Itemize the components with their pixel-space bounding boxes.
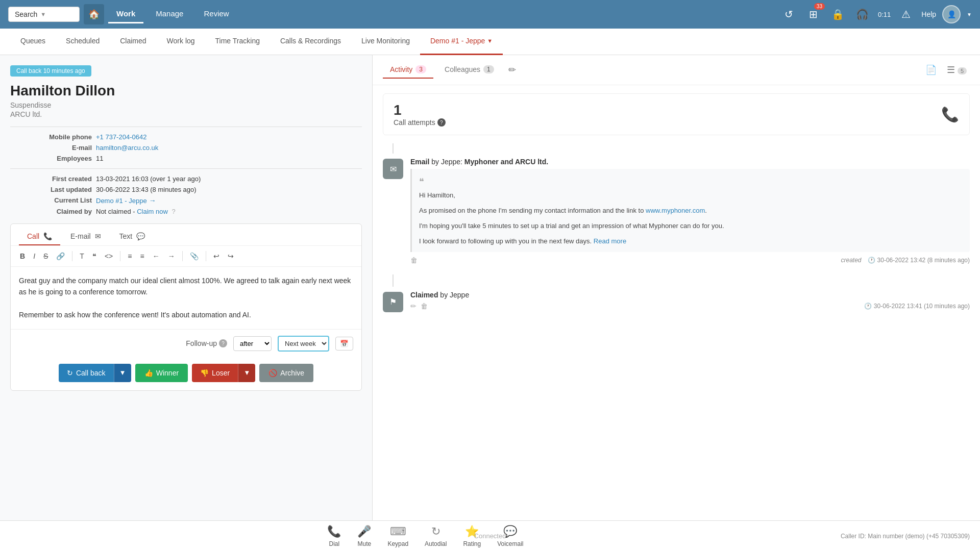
subnav-claimed[interactable]: Claimed <box>110 29 156 55</box>
archive-icon: 🚫 <box>268 369 277 377</box>
format-button[interactable]: T <box>77 250 87 262</box>
callbackback-button[interactable]: ↻ Call back <box>59 364 114 382</box>
activity-feed: ✉ Email by Jeppe: Myphoner and ARCU ltd.… <box>373 143 980 312</box>
right-panel: Activity 3 Colleagues 1 ✏ 📄 ☰ 5 1 Call a… <box>373 55 980 520</box>
search-box[interactable]: Search ▼ <box>8 7 80 22</box>
tab-email[interactable]: E-mail ✉ <box>62 228 109 245</box>
keypad-button[interactable]: ⌨ Keypad <box>387 525 408 547</box>
current-list-label: Current List <box>10 196 92 205</box>
autodial-icon: ↻ <box>431 525 440 538</box>
email-greeting: Hi Hamilton, <box>419 190 963 201</box>
read-more-link[interactable]: Read more <box>594 237 626 245</box>
note-content[interactable]: Great guy and the company match our idea… <box>11 267 361 329</box>
grid-icon: ⊞ <box>809 8 818 20</box>
delete-icon[interactable]: 🗑 <box>410 256 418 264</box>
subnav-calls[interactable]: Calls & Recordings <box>270 29 351 55</box>
ul-button[interactable]: ≡ <box>125 250 135 262</box>
last-updated-label: Last updated <box>10 186 92 193</box>
avatar[interactable]: 👤 <box>942 5 961 23</box>
winner-button[interactable]: 👍 Winner <box>135 364 188 382</box>
email-timestamp: created 🕐 30-06-2022 13:42 (8 minutes ag… <box>841 257 970 264</box>
mute-button[interactable]: 🎤 Mute <box>357 525 371 547</box>
bottom-actions: 📞 Dial 🎤 Mute ⌨ Keypad ↻ Autodial ⭐ Rati… <box>10 525 841 547</box>
mobile-value[interactable]: +1 737-204-0642 <box>96 133 362 141</box>
autodial-button[interactable]: ↻ Autodial <box>425 525 447 547</box>
strikethrough-button[interactable]: S <box>40 250 51 262</box>
contact-meta: First created 13-03-2021 16:03 (over 1 y… <box>10 175 362 215</box>
callbackback-icon: ↻ <box>67 369 73 377</box>
subnav-demo[interactable]: Demo #1 - Jeppe ▼ <box>420 29 503 55</box>
subnav-queues[interactable]: Queues <box>10 29 56 55</box>
claimed-time: 30-06-2022 13:41 (10 minutes ago) <box>874 303 970 310</box>
nav-review[interactable]: Review <box>195 5 237 23</box>
claimed-edit-icon[interactable]: ✏ <box>410 302 416 310</box>
nav-work[interactable]: Work <box>108 5 143 23</box>
subnav-livemonitoring[interactable]: Live Monitoring <box>351 29 420 55</box>
ol-button[interactable]: ≡ <box>137 250 147 262</box>
italic-button[interactable]: I <box>30 250 38 262</box>
follow-up-when-select[interactable]: Next week Tomorrow Today In 2 days <box>278 336 329 352</box>
claimed-meta-icons: ✏ 🗑 <box>410 302 428 310</box>
subnav-worklog[interactable]: Work log <box>157 29 205 55</box>
email-label: E-mail <box>10 144 92 152</box>
editor-toolbar: B I S 🔗 T ❝ <> ≡ ≡ ← → 📎 ↩ ↪ <box>11 246 361 267</box>
current-list-value[interactable]: Demo #1 - Jeppe → <box>96 196 362 205</box>
lock-icon: 🔒 <box>831 8 844 20</box>
headset-button[interactable]: 🎧 <box>853 5 872 23</box>
redo-button[interactable]: ↪ <box>225 250 237 262</box>
activity-email: ✉ Email by Jeppe: Myphoner and ARCU ltd.… <box>383 158 970 264</box>
email-time: 30-06-2022 13:42 (8 minutes ago) <box>877 257 970 264</box>
call-attempts-label: Call attempts ? <box>394 118 446 127</box>
warning-button[interactable]: ⚠ <box>897 5 915 23</box>
claim-now-link[interactable]: Claim now <box>137 208 168 215</box>
myphoner-link[interactable]: www.myphoner.com <box>646 207 705 214</box>
calendar-button[interactable]: 📅 <box>335 337 353 350</box>
code-button[interactable]: <> <box>102 250 116 262</box>
loser-button[interactable]: 👎 Loser <box>192 364 238 382</box>
bold-button[interactable]: B <box>17 250 28 262</box>
main-content: Call back 10 minutes ago Hamilton Dillon… <box>0 55 980 520</box>
indent-less-button[interactable]: ← <box>150 250 163 262</box>
nav-manage[interactable]: Manage <box>148 5 191 23</box>
undo-button[interactable]: ↩ <box>210 250 223 262</box>
tab-call[interactable]: Call 📞 <box>19 228 60 245</box>
follow-up-after-select[interactable]: after before <box>233 336 272 351</box>
tab-text[interactable]: Text 💬 <box>111 228 154 245</box>
indent-more-button[interactable]: → <box>165 250 178 262</box>
home-button[interactable]: 🏠 <box>84 4 104 24</box>
subnav-scheduled[interactable]: Scheduled <box>56 29 110 55</box>
claim-info-icon: ? <box>172 208 176 215</box>
email-value[interactable]: hamilton@arcu.co.uk <box>96 144 362 152</box>
list-icon[interactable]: ☰ 5 <box>944 61 970 79</box>
history-button[interactable]: ↺ <box>780 5 798 23</box>
dial-button[interactable]: 📞 Dial <box>327 525 341 547</box>
help-label[interactable]: Help <box>921 10 936 18</box>
history-icon: ↺ <box>785 8 793 20</box>
document-icon[interactable]: 📄 <box>922 61 940 79</box>
callbackback-dropdown[interactable]: ▼ <box>114 364 131 382</box>
quote-button[interactable]: ❝ <box>89 250 100 262</box>
claimed-activity-content: Claimed by Jeppe ✏ 🗑 🕐 30-06-2022 13:41 … <box>410 291 970 310</box>
claimed-delete-icon[interactable]: 🗑 <box>421 302 428 310</box>
link-button[interactable]: 🔗 <box>53 250 68 262</box>
mobile-label: Mobile phone <box>10 133 92 141</box>
quote-mark-icon: ❝ <box>419 177 424 187</box>
edit-icon[interactable]: ✏ <box>505 61 519 79</box>
callbackback-group: ↻ Call back ▼ <box>59 364 131 382</box>
archive-button[interactable]: 🚫 Archive <box>259 364 313 382</box>
subnav-timetracking[interactable]: Time Tracking <box>205 29 270 55</box>
separator-1 <box>72 251 72 261</box>
tab-colleagues[interactable]: Colleagues 1 <box>437 61 501 79</box>
clock-icon-2: 🕐 <box>864 303 872 310</box>
lock-button[interactable]: 🔒 <box>829 5 847 23</box>
headset-icon: 🎧 <box>856 8 869 20</box>
attach-button[interactable]: 📎 <box>187 250 202 262</box>
call-timer: 0:11 <box>878 11 891 18</box>
grid-button[interactable]: ⊞ 33 <box>804 5 823 23</box>
grid-badge: 33 <box>814 3 825 10</box>
tab-activity[interactable]: Activity 3 <box>383 61 433 79</box>
claimed-timestamp: 🕐 30-06-2022 13:41 (10 minutes ago) <box>864 303 970 310</box>
follow-up-label: Follow-up ? <box>186 339 227 347</box>
email-title-bold: Email <box>410 158 429 166</box>
loser-dropdown[interactable]: ▼ <box>238 364 255 382</box>
